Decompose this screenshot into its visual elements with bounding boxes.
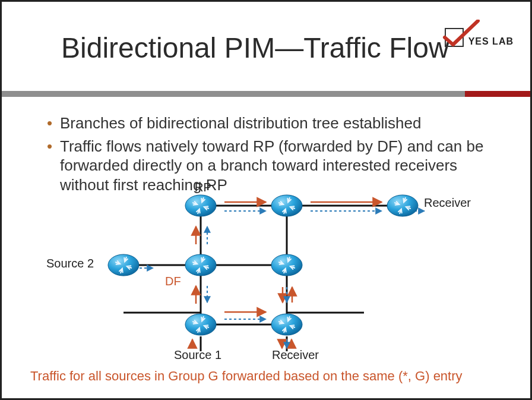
router-icon [185, 314, 216, 335]
router-icon [108, 254, 139, 276]
diagram-label: Receiver [424, 196, 471, 209]
svg-point-7 [108, 254, 139, 276]
diagram-label: RP [195, 181, 211, 194]
diagram-label: Source 2 [46, 257, 94, 270]
diagram-label: DF [165, 275, 181, 288]
footer-text: Traffic for all sources in Group G forwa… [30, 368, 512, 384]
svg-point-6 [387, 195, 418, 216]
router-icon [185, 254, 216, 276]
router-icon [271, 314, 302, 335]
svg-point-8 [185, 254, 216, 276]
svg-point-11 [271, 314, 302, 335]
svg-point-4 [185, 195, 216, 216]
checkmark-icon [445, 26, 466, 47]
divider [2, 91, 530, 97]
diagram-label: Receiver [272, 348, 319, 361]
router-icon [271, 195, 302, 216]
router-icon [271, 254, 302, 276]
svg-point-10 [185, 314, 216, 335]
logo: YES LAB [445, 26, 514, 47]
slide: Bidirectional PIM—Traffic Flow YES LAB B… [0, 0, 532, 400]
slide-title: Bidirectional PIM—Traffic Flow [61, 32, 449, 64]
network-diagram: RPReceiverSource 2DFSource 1Receiver [2, 173, 530, 364]
router-icon [185, 195, 216, 216]
router-icon [387, 195, 418, 216]
bullet-item: Branches of bidirectional distribution t… [47, 114, 509, 133]
svg-point-5 [271, 195, 302, 216]
svg-point-9 [271, 254, 302, 276]
diagram-label: Source 1 [174, 348, 221, 361]
